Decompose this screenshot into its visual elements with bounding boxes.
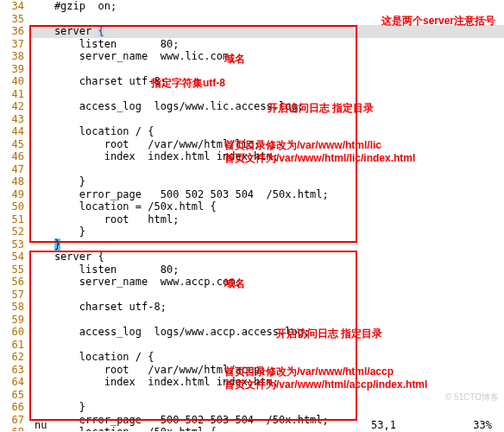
- line-number: 60: [0, 326, 29, 339]
- code-line[interactable]: 38 server_name www.lic.com;: [0, 50, 504, 63]
- line-number: 56: [0, 276, 29, 289]
- code-text: }: [29, 175, 85, 188]
- code-line[interactable]: 48 }: [0, 175, 504, 188]
- code-line[interactable]: 41: [0, 88, 504, 101]
- code-text: }: [29, 401, 85, 414]
- line-number: 37: [0, 38, 29, 51]
- code-text: root html;: [29, 213, 179, 226]
- code-editor[interactable]: 34 #gzip on;3536 server {37 listen 80;38…: [0, 0, 504, 419]
- code-line[interactable]: 50 location = /50x.html {: [0, 200, 504, 213]
- code-text: error_page 500 502 503 504 /50x.html;: [29, 188, 329, 201]
- code-line[interactable]: 54 server {: [0, 251, 504, 264]
- code-text: listen 80;: [29, 264, 179, 276]
- line-number: 57: [0, 289, 29, 302]
- code-text: location = /50x.html {: [29, 426, 217, 431]
- line-number: 58: [0, 301, 29, 314]
- anno-accesslog-2: 开启访问日志 指定目录: [276, 327, 382, 341]
- line-number: 65: [0, 389, 29, 402]
- code-line[interactable]: 39: [0, 63, 504, 76]
- anno-root-2b: 首页文件为/var/www/html/accp/index.html: [224, 378, 427, 392]
- line-number: 61: [0, 339, 29, 352]
- line-number: 54: [0, 251, 29, 264]
- code-line[interactable]: 42 access_log logs/www.lic.access.log;: [0, 100, 504, 113]
- code-text: listen 80;: [29, 38, 179, 51]
- code-line[interactable]: 49 error_page 500 502 503 504 /50x.html;: [0, 188, 504, 201]
- code-line[interactable]: 58 charset utf-8;: [0, 301, 504, 314]
- anno-domain-1: 域名: [224, 52, 245, 67]
- code-line[interactable]: 37 listen 80;: [0, 38, 504, 51]
- line-number: 51: [0, 213, 29, 226]
- line-number: 42: [0, 100, 29, 113]
- code-line[interactable]: 52 }: [0, 226, 504, 238]
- code-line[interactable]: 56 server_name www.accp.com;: [0, 276, 504, 289]
- line-number: 53: [0, 238, 29, 251]
- line-number: 47: [0, 163, 29, 176]
- line-number: 41: [0, 88, 29, 101]
- line-number: 38: [0, 50, 29, 63]
- line-number: 50: [0, 200, 29, 213]
- code-text: server {: [29, 25, 104, 38]
- line-number: 36: [0, 25, 29, 38]
- code-line[interactable]: 61: [0, 339, 504, 352]
- code-line[interactable]: 55 listen 80;: [0, 264, 504, 276]
- code-line[interactable]: 40 charset utf-8;: [0, 75, 504, 88]
- line-number: 40: [0, 75, 29, 88]
- anno-title: 这是两个server注意括号: [381, 14, 495, 29]
- code-line[interactable]: 68 location = /50x.html {: [0, 426, 504, 431]
- line-number: 43: [0, 113, 29, 126]
- code-line[interactable]: 34 #gzip on;: [0, 0, 504, 13]
- code-text: charset utf-8;: [29, 301, 167, 314]
- line-number: 68: [0, 426, 29, 431]
- code-text: location / {: [29, 351, 154, 364]
- anno-accesslog-1: 开启访问日志 指定目录: [268, 101, 374, 116]
- code-text: location / {: [29, 125, 154, 138]
- code-line[interactable]: 62 location / {: [0, 351, 504, 364]
- line-number: 39: [0, 63, 29, 76]
- code-text: access_log logs/www.accp.access.log;: [29, 326, 310, 339]
- code-line[interactable]: 43: [0, 113, 504, 126]
- code-text: }: [29, 238, 60, 251]
- line-number: 67: [0, 414, 29, 427]
- code-text: access_log logs/www.lic.access.log;: [29, 100, 304, 113]
- anno-charset-1: 指定字符集utf-8: [151, 76, 225, 91]
- code-line[interactable]: 66 }: [0, 401, 504, 414]
- code-text: server {: [29, 251, 104, 264]
- code-line[interactable]: 57: [0, 289, 504, 302]
- code-line[interactable]: 59: [0, 314, 504, 327]
- code-line[interactable]: 67 error_page 500 502 503 504 /50x.html;: [0, 414, 504, 427]
- line-number: 64: [0, 376, 29, 389]
- code-text: location = /50x.html {: [29, 200, 217, 213]
- line-number: 52: [0, 226, 29, 238]
- line-number: 62: [0, 351, 29, 364]
- line-number: 44: [0, 125, 29, 138]
- code-text: server_name www.accp.com;: [29, 276, 242, 289]
- line-number: 63: [0, 364, 29, 377]
- code-text: }: [29, 226, 85, 238]
- anno-root-1b: 首页文件为/var/www/html/lic/index.html: [224, 151, 415, 166]
- watermark: © 51CTO博客: [445, 391, 499, 403]
- anno-domain-2: 域名: [224, 276, 245, 291]
- line-number: 49: [0, 188, 29, 201]
- code-text: #gzip on;: [29, 0, 117, 13]
- line-number: 45: [0, 138, 29, 151]
- code-line[interactable]: 60 access_log logs/www.accp.access.log;: [0, 326, 504, 339]
- code-line[interactable]: 44 location / {: [0, 125, 504, 138]
- code-line[interactable]: 53 }: [0, 238, 504, 251]
- line-number: 34: [0, 0, 29, 13]
- code-text: error_page 500 502 503 504 /50x.html;: [29, 414, 329, 427]
- line-number: 48: [0, 175, 29, 188]
- code-text: charset utf-8;: [29, 75, 167, 88]
- code-line[interactable]: 51 root html;: [0, 213, 504, 226]
- line-number: 66: [0, 401, 29, 414]
- code-text: server_name www.lic.com;: [29, 50, 235, 63]
- line-number: 46: [0, 150, 29, 163]
- line-number: 59: [0, 314, 29, 327]
- line-number: 55: [0, 264, 29, 276]
- line-number: 35: [0, 13, 29, 26]
